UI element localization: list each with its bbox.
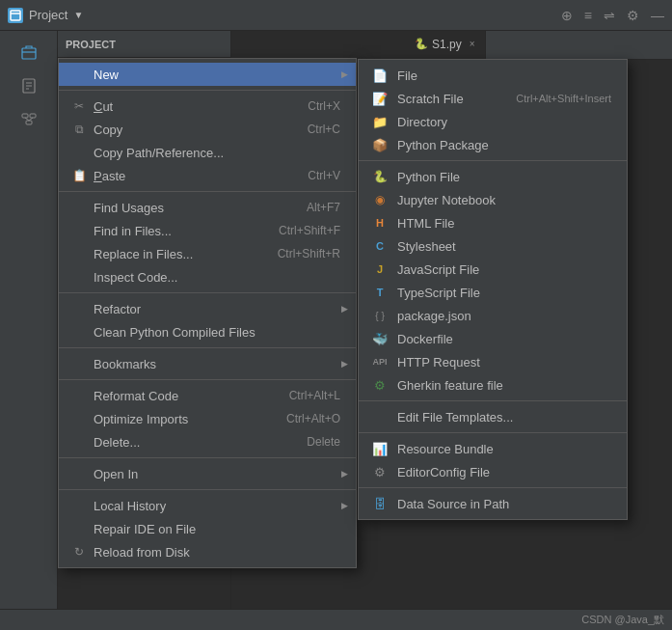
context-menu: New ✂ Cut Ctrl+X ⧉ Copy Ctrl+C Copy Path…	[58, 58, 357, 568]
lines-icon[interactable]: ≡	[584, 8, 592, 23]
menu-item-new[interactable]: New	[59, 63, 356, 86]
compass-icon[interactable]: ⊕	[561, 8, 573, 23]
submenu-item-typescript[interactable]: T TypeScript File	[359, 281, 627, 304]
menu-item-find-in-files[interactable]: Find in Files... Ctrl+Shift+F	[59, 219, 356, 242]
scratch-shortcut: Ctrl+Alt+Shift+Insert	[516, 93, 611, 104]
submenu-item-resource-bundle[interactable]: 📊 Resource Bundle	[359, 437, 627, 460]
menu-label-bookmarks: Bookmarks	[94, 357, 340, 371]
menu-label-copy-path: Copy Path/Reference...	[94, 146, 340, 160]
settings-icon[interactable]: ⚙	[627, 8, 639, 23]
submenu-label-stylesheet: Stylesheet	[397, 239, 456, 254]
reformat-code-shortcut: Ctrl+Alt+L	[289, 389, 340, 402]
titlebar-icons: ⊕ ≡ ⇌ ⚙ —	[561, 8, 664, 23]
submenu-label-python-package: Python Package	[397, 138, 489, 152]
submenu-item-stylesheet[interactable]: C Stylesheet	[359, 234, 627, 258]
menu-item-cut[interactable]: ✂ Cut Ctrl+X	[59, 95, 356, 118]
menu-item-refactor[interactable]: Refactor	[59, 297, 356, 320]
submenu-label-scratch: Scratch File	[397, 92, 464, 106]
minimize-icon[interactable]: —	[651, 8, 664, 23]
submenu-separator-4	[359, 487, 627, 488]
submenu-new: 📄 File 📝 Scratch File Ctrl+Alt+Shift+Ins…	[358, 59, 628, 520]
replace-in-files-shortcut: Ctrl+Shift+R	[278, 247, 340, 260]
menu-item-reload-disk[interactable]: ↻ Reload from Disk	[59, 540, 356, 563]
submenu-label-resource-bundle: Resource Bundle	[397, 442, 494, 456]
python-package-icon: 📦	[370, 138, 390, 152]
menu-item-repair-ide[interactable]: Repair IDE on File	[59, 517, 356, 540]
submenu-item-file[interactable]: 📄 File	[359, 64, 627, 87]
delete-shortcut: Delete	[307, 435, 340, 449]
submenu-item-directory[interactable]: 📁 Directory	[359, 110, 627, 133]
menu-item-bookmarks[interactable]: Bookmarks	[59, 352, 356, 375]
menu-item-reformat-code[interactable]: Reformat Code Ctrl+Alt+L	[59, 384, 356, 407]
titlebar-dropdown-arrow[interactable]: ▼	[73, 10, 83, 20]
submenu-label-docker: Dockerfile	[397, 332, 453, 346]
submenu-label-directory: Directory	[397, 115, 447, 129]
menu-separator-6	[59, 457, 356, 458]
tab-icon: 🐍	[415, 38, 428, 50]
submenu-label-edit-templates: Edit File Templates...	[397, 410, 513, 425]
submenu-item-python-file[interactable]: 🐍 Python File	[359, 165, 627, 188]
menu-item-copy[interactable]: ⧉ Copy Ctrl+C	[59, 118, 356, 141]
tab-s1py[interactable]: 🐍 S1.py ×	[405, 31, 486, 59]
arrows-icon[interactable]: ⇌	[604, 8, 615, 23]
submenu-item-datasource[interactable]: 🗄 Data Source in Path	[359, 492, 627, 515]
submenu-item-scratch[interactable]: 📝 Scratch File Ctrl+Alt+Shift+Insert	[359, 87, 627, 110]
html-icon: H	[370, 217, 390, 229]
menu-item-inspect-code[interactable]: Inspect Code...	[59, 265, 356, 288]
menu-label-find-in-files: Find in Files...	[94, 224, 259, 238]
menu-label-find-usages: Find Usages	[94, 201, 287, 215]
submenu-label-file: File	[397, 68, 417, 83]
menu-label-inspect-code: Inspect Code...	[94, 270, 340, 285]
http-icon: API	[370, 357, 390, 367]
menu-label-replace-in-files: Replace in Files...	[94, 247, 258, 261]
editorconfig-icon: ⚙	[370, 465, 390, 479]
sidebar-project-btn[interactable]	[10, 39, 48, 68]
menu-label-paste: Paste	[94, 169, 288, 183]
submenu-item-editorconfig[interactable]: ⚙ EditorConfig File	[359, 460, 627, 483]
submenu-item-edit-templates[interactable]: Edit File Templates...	[359, 405, 627, 428]
submenu-item-docker[interactable]: 🐳 Dockerfile	[359, 327, 627, 350]
sidebar-panel	[0, 31, 58, 630]
menu-item-clean-python[interactable]: Clean Python Compiled Files	[59, 320, 356, 343]
submenu-label-editorconfig: EditorConfig File	[397, 465, 490, 479]
menu-label-open-in: Open In	[94, 467, 340, 481]
submenu-item-http[interactable]: API HTTP Request	[359, 350, 627, 373]
menu-item-replace-in-files[interactable]: Replace in Files... Ctrl+Shift+R	[59, 242, 356, 265]
optimize-imports-shortcut: Ctrl+Alt+O	[286, 412, 340, 425]
menu-item-find-usages[interactable]: Find Usages Alt+F7	[59, 196, 356, 219]
submenu-item-jupyter[interactable]: ◉ Jupyter Notebook	[359, 188, 627, 211]
submenu-label-jupyter: Jupyter Notebook	[397, 193, 496, 207]
submenu-label-gherkin: Gherkin feature file	[397, 378, 503, 393]
menu-item-copy-path[interactable]: Copy Path/Reference...	[59, 141, 356, 164]
menu-item-optimize-imports[interactable]: Optimize Imports Ctrl+Alt+O	[59, 407, 356, 430]
submenu-label-typescript: TypeScript File	[397, 286, 480, 300]
submenu-label-python-file: Python File	[397, 170, 460, 184]
svg-rect-7	[22, 114, 28, 118]
svg-rect-0	[11, 11, 20, 20]
titlebar-title: Project	[29, 8, 67, 22]
tree-header: Project	[58, 31, 230, 58]
cut-icon: ✂	[70, 99, 88, 113]
submenu-item-javascript[interactable]: J JavaScript File	[359, 258, 627, 281]
submenu-item-python-package[interactable]: 📦 Python Package	[359, 133, 627, 156]
menu-label-refactor: Refactor	[94, 302, 340, 316]
menu-item-delete[interactable]: Delete... Delete	[59, 430, 356, 453]
find-usages-shortcut: Alt+F7	[307, 201, 340, 214]
submenu-item-json[interactable]: { } package.json	[359, 304, 627, 327]
jupyter-icon: ◉	[370, 193, 390, 206]
menu-item-local-history[interactable]: Local History	[59, 494, 356, 517]
submenu-item-html[interactable]: H HTML File	[359, 211, 627, 234]
menu-separator-3	[59, 292, 356, 293]
paste-shortcut: Ctrl+V	[308, 169, 340, 182]
menu-label-repair-ide: Repair IDE on File	[94, 522, 340, 536]
stylesheet-icon: C	[370, 240, 390, 252]
project-icon	[8, 8, 23, 23]
sidebar-structure-btn[interactable]	[10, 104, 48, 133]
directory-icon: 📁	[370, 115, 390, 129]
menu-item-open-in[interactable]: Open In	[59, 462, 356, 485]
tab-close-button[interactable]: ×	[470, 39, 475, 49]
sidebar-bookmark-btn[interactable]	[10, 71, 48, 100]
submenu-item-gherkin[interactable]: ⚙ Gherkin feature file	[359, 373, 627, 397]
menu-item-paste[interactable]: 📋 Paste Ctrl+V	[59, 164, 356, 187]
titlebar-left: Project ▼	[8, 8, 83, 23]
